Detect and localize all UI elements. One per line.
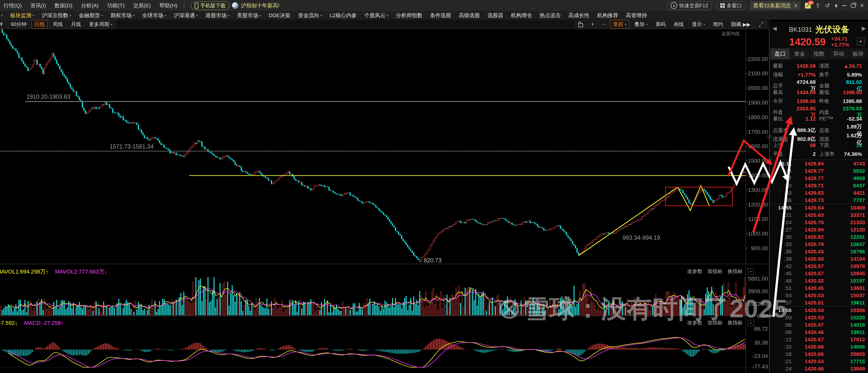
upload-icon[interactable]: ⇧ — [815, 2, 820, 9]
divider-handle-icon[interactable] — [767, 136, 771, 138]
svg-text:1700.00: 1700.00 — [748, 129, 768, 135]
macd-label: MACD:-27.258 — [24, 320, 61, 326]
volume-close-icon[interactable]: × — [748, 269, 754, 274]
nav-item-DDE决策[interactable]: DDE决策 — [269, 12, 290, 19]
nav-item-分析师指数[interactable]: 分析师指数 — [396, 12, 423, 19]
tick-list: 13:111429.844743:241429.775932:271429.77… — [770, 160, 868, 373]
menu-行情(Q)[interactable]: 行情(Q) — [3, 2, 22, 9]
tool-+[interactable]: + — [588, 21, 597, 28]
menu-bar-items: 行情(Q)资讯(I)数据(D)分析(A)功能(T)交易(E)帮助(H) — [3, 2, 177, 9]
period-日线[interactable]: 日线 — [31, 20, 48, 29]
phone-icon — [195, 3, 198, 8]
tick-row: :361429.737727 — [770, 197, 868, 204]
news-ticker[interactable]: 沪指创十年新高! — [241, 2, 280, 9]
nav-item-高级选股[interactable]: 高级选股 — [459, 12, 480, 19]
nav-item-美股市场[interactable]: 美股市场▾ — [237, 12, 261, 19]
nav-item-L2核心内参[interactable]: L2核心内参 — [330, 12, 357, 19]
multi-window-button[interactable]: 多窗口 — [716, 1, 746, 10]
tab-资金[interactable]: 资金 — [790, 48, 809, 60]
tab-指数[interactable]: 指数 — [809, 48, 829, 60]
nav-item-港股市场[interactable]: 港股市场▾ — [206, 12, 230, 19]
nav-item-热点追击[interactable]: 热点追击 — [540, 12, 561, 19]
tab-盘口[interactable]: 盘口 — [770, 48, 790, 60]
messages-label: 查看22条新消息 — [753, 2, 791, 9]
tick-row: :181420.6620655 — [770, 350, 868, 358]
lock-icon-button[interactable] — [575, 21, 586, 28]
ma-settings-link[interactable]: 设置均线 — [721, 31, 740, 37]
tick-row: :421420.5710978 — [770, 263, 868, 270]
yen-icon: ¥ — [671, 2, 677, 9]
volume-换指标-button[interactable]: 换指标 — [727, 268, 743, 275]
close-button[interactable]: × — [860, 3, 864, 8]
tool-−[interactable]: − — [599, 21, 608, 28]
nav-item-个股风云[interactable]: 个股风云▾ — [364, 12, 389, 19]
messages-close-icon[interactable]: X — [794, 2, 798, 8]
expand-icon-button[interactable]: ↗↙ — [755, 21, 767, 28]
tool-隐藏[interactable]: 隐藏▶▶ — [728, 20, 754, 29]
tool-画线[interactable]: 画线 — [670, 20, 687, 29]
svg-text:30.38: 30.38 — [754, 339, 768, 346]
watermark-text: 雪球：没有时间了2025 — [524, 292, 787, 326]
menu-数据(D)[interactable]: 数据(D) — [55, 2, 72, 9]
restore-button[interactable] — [851, 4, 856, 7]
tab-板块[interactable]: 板块 — [848, 48, 868, 60]
quick-trade-button[interactable]: ¥ 快速交易F12 — [667, 1, 712, 10]
skin-icon[interactable]: ♦ — [834, 2, 837, 9]
tick-row: :151420.6614606 — [770, 343, 868, 350]
tick-row: :361420.4318796 — [770, 248, 868, 255]
nav-item-金融期货[interactable]: 金融期货▾ — [79, 12, 103, 19]
period-钟[interactable]: 钟 — [0, 20, 6, 29]
svg-text:1300.00: 1300.00 — [748, 187, 768, 193]
tick-row: 13:111429.844743 — [770, 160, 868, 167]
nav-item-全球市场[interactable]: 全球市场▾ — [142, 12, 166, 19]
tool-复权[interactable]: 复权▾ — [610, 20, 629, 29]
add-to-watchlist-button[interactable]: + — [857, 38, 865, 45]
messages-button[interactable]: 查看22条新消息 X — [750, 1, 800, 10]
tick-row: :511420.4513681 — [770, 284, 868, 292]
nav-item-板[interactable]: 板▾ — [0, 12, 3, 19]
nav-item-选股器[interactable]: 选股器 — [488, 12, 503, 19]
svg-text:1571.73-1561.34: 1571.73-1561.34 — [110, 143, 154, 150]
svg-text:86.72: 86.72 — [754, 326, 768, 332]
svg-text:1000.00: 1000.00 — [748, 231, 768, 237]
menu-分析(A)[interactable]: 分析(A) — [81, 2, 99, 9]
message-check-icon[interactable]: ✓ 22 — [805, 3, 811, 8]
prev-stock-icon[interactable]: ◀ — [772, 25, 777, 32]
nav-item-沪深京指数[interactable]: 沪深京指数▾ — [42, 12, 71, 19]
menu-资讯(I)[interactable]: 资讯(I) — [30, 2, 46, 9]
nav-item-机构增仓[interactable]: 机构增仓 — [511, 12, 532, 19]
nav-item-机构推荐[interactable]: 机构推荐 — [597, 12, 618, 19]
nav-item-期权市场[interactable]: 期权市场▾ — [111, 12, 135, 19]
nav-item-高成长性[interactable]: 高成长性 — [568, 12, 590, 19]
tick-row: 14:551420.5410469 — [770, 204, 868, 211]
period-月线[interactable]: 月线 — [68, 20, 84, 29]
tool-筹码[interactable]: 筹码 — [652, 20, 669, 29]
menu-功能(T)[interactable]: 功能(T) — [107, 2, 125, 9]
tick-row: :301429.716437 — [770, 182, 868, 189]
nav-item-沪深港通[interactable]: 沪深港通▾ — [174, 12, 198, 19]
menu-separator: | — [183, 3, 185, 8]
nav-item-资金流向[interactable]: 资金流向▾ — [298, 12, 322, 19]
nav-item-条件选股[interactable]: 条件选股 — [430, 12, 451, 19]
menu-交易(E)[interactable]: 交易(E) — [133, 2, 151, 9]
undo-icon[interactable]: ↺ — [825, 2, 830, 9]
next-stock-icon[interactable]: ▶ — [862, 25, 866, 32]
period-60分钟[interactable]: 60分钟 — [7, 20, 30, 29]
nav-item-板块监测[interactable]: 板块监测▾ — [10, 12, 35, 19]
tab-异动[interactable]: 异动 — [829, 48, 848, 60]
minimize-button[interactable] — [842, 5, 846, 6]
menu-帮助(H)[interactable]: 帮助(H) — [159, 2, 177, 9]
svg-text:-23.04: -23.04 — [752, 353, 768, 359]
volume-indicator-labels: MAVOL1:694.298万↑ MAVOL2:777.663万↓ — [0, 268, 107, 275]
tool-叠加[interactable]: 叠加▾ — [631, 20, 651, 29]
period-更多周期[interactable]: 更多周期▾ — [86, 20, 116, 29]
mobile-download-button[interactable]: 手机版下载 — [191, 1, 229, 10]
tool-简约[interactable]: 简约 — [710, 20, 726, 29]
chart-tool-buttons: +−复权▾叠加▾筹码画线显示▾简约隐藏▶▶↗↙ — [575, 20, 768, 29]
volume-加指标-button[interactable]: 加指标 — [707, 268, 722, 275]
tick-row: :241420.6613849 — [770, 365, 868, 372]
tool-显示[interactable]: 显示▾ — [688, 20, 708, 29]
nav-item-高管增持[interactable]: 高管增持 — [626, 12, 647, 19]
period-周线[interactable]: 周线 — [50, 20, 66, 29]
volume-改参数-button[interactable]: 改参数 — [687, 268, 702, 275]
